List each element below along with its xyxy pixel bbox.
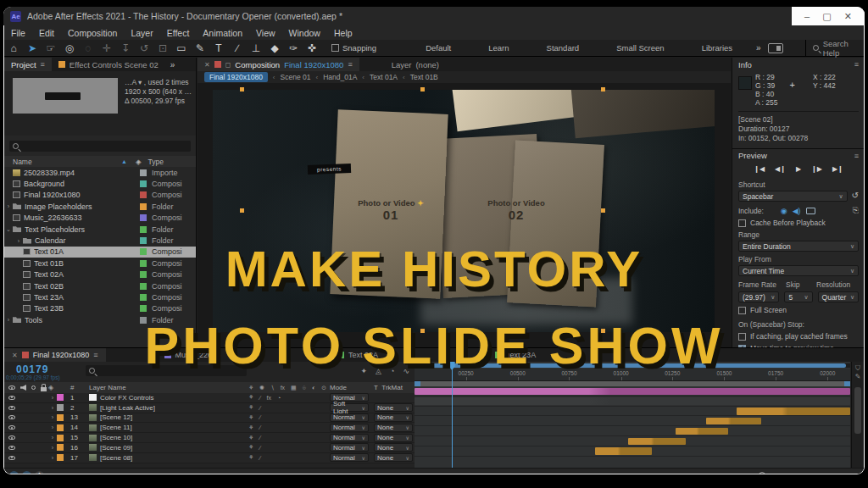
shy-icon[interactable]: ⚘	[248, 385, 253, 391]
menu-help[interactable]: Help	[334, 28, 353, 38]
mode-dropdown[interactable]: Normal∨	[330, 443, 369, 452]
layer-label-chip[interactable]	[57, 454, 64, 461]
close-button[interactable]: ✕	[844, 11, 852, 22]
preview-panel-header[interactable]: Preview ≡	[732, 148, 864, 162]
quality-icon[interactable]: ∕	[259, 395, 260, 401]
layer-row-13[interactable]: ›13[Scene 12]⚘∕Normal∨None∨◎None∨	[4, 413, 415, 424]
layer-duration-bar[interactable]	[595, 447, 652, 455]
workspace-libraries[interactable]: Libraries	[683, 43, 751, 53]
label-chip[interactable]	[140, 191, 147, 198]
project-item-music-22636633[interactable]: Music_22636633Composi	[4, 213, 196, 224]
video-switch-icon[interactable]	[8, 435, 15, 440]
workspace-panel-icon[interactable]	[768, 43, 783, 53]
column-type[interactable]: Type	[147, 158, 163, 166]
expand-arrow-icon[interactable]: ›	[48, 424, 57, 430]
layer-duration-bar[interactable]	[415, 388, 850, 396]
layer-label-chip[interactable]	[57, 444, 64, 451]
video-switch-icon[interactable]	[8, 406, 15, 410]
label-chip[interactable]	[140, 203, 147, 210]
workspace-standard[interactable]: Standard	[528, 43, 598, 53]
layer-row-2[interactable]: ›2[Light Leak Active]⚘∕Soft Light∨None∨◎…	[4, 403, 415, 413]
fx-icon[interactable]: fx	[281, 385, 285, 391]
layer-label-chip[interactable]	[57, 404, 64, 411]
playhead-line[interactable]	[452, 369, 453, 468]
rotation-tool-icon[interactable]: ↺	[135, 42, 153, 54]
breadcrumb-item[interactable]: Text 01A	[370, 73, 398, 81]
info-panel-header[interactable]: Info ≡	[732, 58, 864, 71]
expand-arrow-icon[interactable]: ›	[48, 435, 57, 441]
workspace-small-screen[interactable]: Small Screen	[598, 43, 683, 53]
shy-icon[interactable]: ⚘	[248, 435, 253, 441]
menu-composition[interactable]: Composition	[68, 28, 117, 38]
overlays-icon[interactable]	[806, 208, 815, 214]
video-icon[interactable]: ◉	[781, 207, 787, 215]
previous-frame-button[interactable]: ◀❙	[775, 165, 786, 173]
quality-icon[interactable]: ∖	[270, 385, 274, 391]
timeline-graph-area[interactable]: 0025000500007500100001250015000175002000	[415, 362, 850, 468]
layer-name[interactable]: [Scene 09]	[89, 444, 248, 452]
composition-viewer[interactable]: presents Photo or Video 02 Photo or Vide…	[198, 83, 731, 347]
project-item-final-1920x1080[interactable]: Final 1920x1080Composi	[4, 190, 196, 201]
roto-brush-tool-icon[interactable]: ✑	[284, 42, 303, 54]
camera-tool-icon[interactable]: ⊡	[153, 42, 172, 54]
layer-name[interactable]: [Scene 12]	[89, 413, 248, 421]
trkmat-dropdown[interactable]: None∨	[374, 453, 413, 462]
maximize-button[interactable]: ▢	[822, 11, 831, 22]
trkmat-dropdown[interactable]: None∨	[374, 413, 413, 422]
panel-menu-icon[interactable]: ≡	[348, 60, 352, 69]
trkmat-dropdown[interactable]: None∨	[374, 403, 413, 412]
layer-label-chip[interactable]	[57, 414, 64, 421]
motion-blur-icon[interactable]: ⌾	[303, 385, 306, 391]
layer-duration-bar[interactable]	[676, 428, 728, 435]
breadcrumb-item[interactable]: Final 1920x1080	[204, 72, 268, 82]
quality-icon[interactable]: ∕	[259, 424, 260, 430]
mask-rectangle-tool-icon[interactable]: ▭	[172, 42, 191, 54]
minimize-button[interactable]: –	[804, 11, 810, 21]
type-tool-icon[interactable]: T	[209, 42, 228, 54]
cache-before-playback[interactable]: Cache Before Playback	[738, 219, 859, 227]
layer-name[interactable]: Color FX Controls	[89, 394, 248, 402]
home-tool-icon[interactable]: ⌂	[4, 42, 23, 54]
menu-window[interactable]: Window	[289, 28, 320, 38]
snapping-checkbox[interactable]	[331, 44, 339, 52]
cache-checkbox[interactable]	[738, 219, 746, 227]
label-chip[interactable]	[140, 305, 147, 312]
full-screen-toggle[interactable]: Full Screen	[738, 306, 859, 314]
panel-menu-icon[interactable]: ≡	[854, 152, 859, 160]
expand-arrow-icon[interactable]: ›	[48, 405, 57, 411]
shy-icon[interactable]: ⚘	[248, 414, 253, 421]
menu-view[interactable]: View	[256, 28, 275, 38]
menu-edit[interactable]: Edit	[39, 28, 54, 38]
layer-row-15[interactable]: ›15[Scene 10]⚘∕Normal∨None∨◎None∨	[4, 433, 415, 443]
more-tabs-icon[interactable]: »	[170, 60, 175, 69]
project-item-text-placeholders[interactable]: ⌄Text PlaceholdersFolder	[4, 224, 196, 235]
shy-icon[interactable]: ⚘	[248, 394, 253, 401]
threed-layer-icon[interactable]: ⊙	[321, 385, 326, 391]
tab-layer[interactable]: Layer (none)	[385, 58, 446, 71]
project-search-input[interactable]	[9, 141, 191, 152]
video-switch-icon[interactable]	[8, 396, 15, 400]
breadcrumb-item[interactable]: Hand_01A	[323, 73, 357, 81]
menu-effect[interactable]: Effect	[167, 28, 190, 38]
layer-name[interactable]: [Scene 10]	[89, 434, 248, 441]
layer-name[interactable]: [Scene 08]	[89, 454, 248, 462]
snapping-toggle[interactable]: Snapping	[331, 43, 376, 53]
expand-arrow-icon[interactable]: ›	[48, 395, 57, 401]
next-frame-button[interactable]: ❙▶	[811, 165, 822, 173]
solo-switch-icon[interactable]	[31, 385, 36, 390]
panel-menu-icon[interactable]: ≡	[41, 60, 45, 69]
selection-handle[interactable]	[240, 87, 244, 92]
play-button[interactable]: ▶	[796, 165, 801, 173]
label-chip[interactable]	[140, 214, 147, 221]
collapse-icon[interactable]: ✺	[259, 385, 264, 391]
trkmat-dropdown[interactable]: None∨	[374, 443, 413, 452]
puppet-pin-tool-icon[interactable]: ✜	[303, 42, 321, 54]
lock-icon[interactable]: ◻	[225, 61, 231, 69]
video-switch-icon[interactable]	[8, 385, 15, 390]
project-item-25028339-mp4[interactable]: 25028339.mp4Importe	[4, 167, 196, 178]
pan-camera-tool-icon[interactable]: ✛	[97, 42, 116, 54]
label-column[interactable]: ◈	[48, 384, 70, 391]
quality-icon[interactable]: ∕	[259, 435, 260, 441]
layer-duration-bar[interactable]	[706, 418, 760, 425]
video-switch-icon[interactable]	[8, 425, 15, 430]
